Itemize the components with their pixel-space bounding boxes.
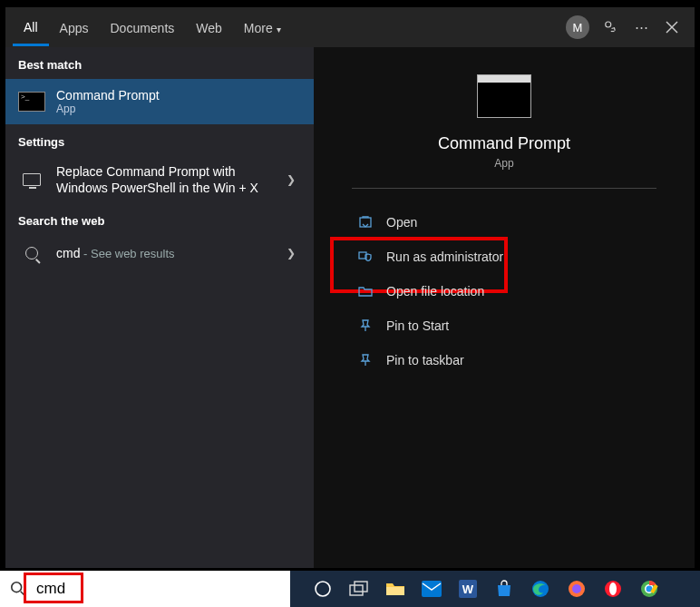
svg-line-8: [21, 592, 25, 596]
action-run-admin[interactable]: Run as administrator: [352, 240, 656, 274]
command-prompt-icon: [18, 91, 45, 113]
taskbar-icons: W: [290, 573, 700, 605]
preview-subtitle: App: [494, 157, 513, 170]
task-view-icon[interactable]: [343, 573, 375, 605]
svg-point-20: [609, 583, 617, 595]
action-open-location[interactable]: Open file location: [352, 274, 656, 308]
result-title: Command Prompt: [56, 88, 301, 103]
settings-header: Settings: [5, 124, 314, 156]
search-icon: [0, 581, 36, 597]
action-pin-start[interactable]: Pin to Start: [352, 308, 656, 343]
settings-result-title: Replace Command Prompt with Windows Powe…: [56, 163, 281, 196]
action-label: Open file location: [386, 284, 484, 299]
web-result-suffix: - See web results: [80, 247, 174, 260]
svg-point-9: [316, 582, 330, 596]
account-avatar[interactable]: M: [566, 15, 589, 39]
svg-point-0: [606, 22, 611, 27]
monitor-icon: [18, 169, 45, 191]
preview-app-icon: [477, 74, 531, 118]
word-icon[interactable]: W: [452, 573, 484, 605]
svg-rect-11: [355, 582, 367, 592]
tab-documents[interactable]: Documents: [99, 10, 185, 44]
web-result-query: cmd: [56, 246, 80, 260]
best-match-result[interactable]: Command Prompt App: [5, 79, 314, 124]
firefox-icon[interactable]: [560, 573, 593, 605]
action-open[interactable]: Open: [352, 205, 656, 240]
result-subtitle: App: [56, 103, 301, 115]
search-input[interactable]: [36, 571, 290, 607]
preview-title: Command Prompt: [438, 134, 570, 153]
tab-web[interactable]: Web: [185, 10, 233, 44]
svg-rect-13: [422, 581, 442, 597]
action-label: Run as administrator: [386, 250, 503, 264]
svg-point-7: [12, 583, 22, 592]
svg-rect-12: [386, 587, 404, 595]
cortana-icon[interactable]: [306, 573, 339, 605]
divider: [352, 188, 656, 189]
settings-result[interactable]: Replace Command Prompt with Windows Powe…: [5, 156, 314, 203]
opera-icon[interactable]: [597, 573, 629, 605]
svg-rect-3: [360, 218, 371, 227]
svg-rect-10: [350, 585, 363, 595]
action-label: Pin to Start: [386, 318, 449, 333]
file-explorer-icon[interactable]: [379, 573, 412, 605]
pin-icon: [357, 352, 374, 368]
chrome-icon[interactable]: [633, 573, 666, 605]
tab-apps[interactable]: Apps: [49, 10, 100, 44]
folder-icon: [357, 283, 374, 299]
tab-more[interactable]: More▾: [233, 10, 292, 44]
tab-all[interactable]: All: [13, 9, 49, 46]
web-result[interactable]: cmd - See web results ❯: [5, 235, 314, 271]
taskbar: W: [0, 571, 700, 607]
chevron-right-icon: ❯: [281, 173, 301, 186]
options-icon[interactable]: ⋯: [626, 12, 656, 43]
chevron-right-icon: ❯: [281, 247, 301, 259]
search-icon: [18, 242, 45, 264]
action-pin-taskbar[interactable]: Pin to taskbar: [352, 343, 656, 377]
open-icon: [357, 214, 374, 230]
start-search-panel: All Apps Documents Web More▾ M ⋯ Best ma…: [5, 7, 695, 568]
results-column: Best match Command Prompt App Settings R…: [5, 47, 314, 568]
web-header: Search the web: [5, 203, 314, 235]
preview-actions: Open Run as administrator Open file loca…: [352, 205, 656, 377]
edge-icon[interactable]: [524, 573, 557, 605]
action-label: Pin to taskbar: [386, 353, 464, 367]
rewards-icon[interactable]: [595, 12, 626, 43]
action-label: Open: [386, 215, 417, 230]
pin-icon: [357, 318, 374, 334]
shield-icon: [357, 249, 374, 265]
taskbar-search[interactable]: [0, 571, 290, 607]
mail-icon[interactable]: [415, 573, 448, 605]
store-icon[interactable]: [488, 573, 520, 605]
chevron-down-icon: ▾: [277, 24, 281, 34]
best-match-header: Best match: [5, 47, 314, 79]
svg-text:W: W: [462, 583, 474, 596]
close-button[interactable]: [656, 12, 687, 43]
preview-column: Command Prompt App Open Run as administr…: [314, 47, 695, 568]
svg-point-18: [572, 584, 581, 593]
search-tabs: All Apps Documents Web More▾ M ⋯: [5, 7, 695, 47]
